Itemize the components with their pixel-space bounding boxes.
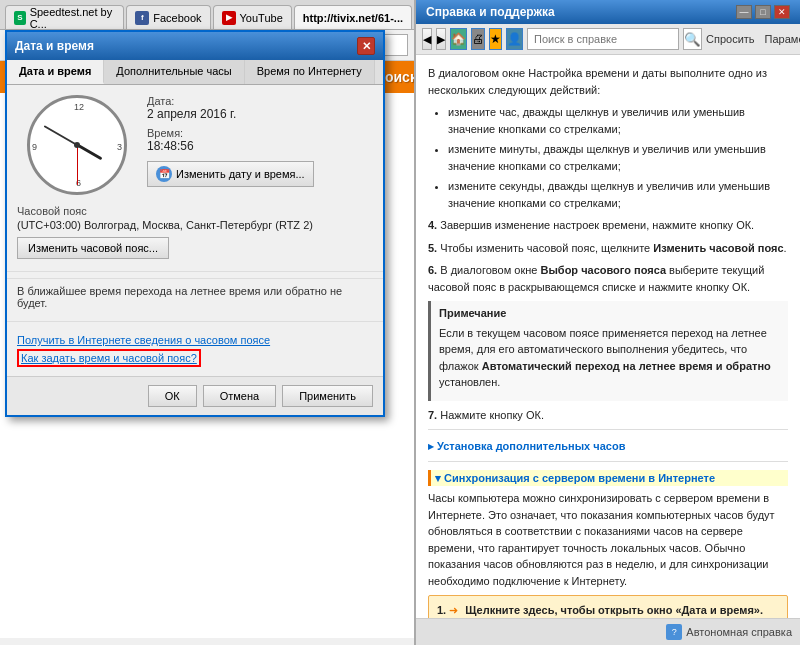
help-list-item-3: измените секунды, дважды щелкнув и увели… <box>448 178 788 211</box>
timezone-section: Часовой пояс (UTC+03:00) Волгоград, Моск… <box>7 205 383 265</box>
section-sync[interactable]: ▾ Синхронизация с сервером времени в Инт… <box>428 470 788 487</box>
note-box: Примечание Если в текущем часовом поясе … <box>428 301 788 401</box>
dialog-close-button[interactable]: ✕ <box>357 37 375 55</box>
dialog-tab-datetime[interactable]: Дата и время <box>7 60 104 84</box>
time-row: Время: 18:48:56 <box>147 127 373 153</box>
clock-12: 12 <box>74 102 84 112</box>
dialog-tab-additional[interactable]: Дополнительные часы <box>104 60 244 84</box>
clock-9: 9 <box>32 142 37 152</box>
apply-button[interactable]: Применить <box>282 385 373 407</box>
second-hand <box>77 145 78 185</box>
hl-step-1: 1. ➜ Щелкните здесь, чтобы открыть окно … <box>437 602 779 618</box>
help-back-button[interactable]: ◀ <box>422 28 432 50</box>
ask-button[interactable]: Спросить <box>706 33 755 45</box>
change-datetime-button[interactable]: 📅 Изменить дату и время... <box>147 161 314 187</box>
help-title: Справка и поддержка <box>426 5 555 19</box>
how-to-set-time-link[interactable]: Как задать время и часовой пояс? <box>17 349 201 367</box>
dialog-body: 12 3 6 9 Дата: 2 апреля 2016 г. <box>7 85 383 205</box>
favorites-icon[interactable]: ★ <box>489 28 502 50</box>
change-timezone-button[interactable]: Изменить часовой пояс... <box>17 237 169 259</box>
help-footer: ? Автономная справка <box>416 618 800 645</box>
dialog-tabs: Дата и время Дополнительные часы Время п… <box>7 60 383 85</box>
help-search-button[interactable]: 🔍 <box>683 28 702 50</box>
time-value: 18:48:56 <box>147 139 373 153</box>
step-7: 7. Нажмите кнопку ОК. <box>428 407 788 424</box>
calendar-icon: 📅 <box>156 166 172 182</box>
sync-text: Часы компьютера можно синхронизировать с… <box>428 490 788 589</box>
cancel-button[interactable]: Отмена <box>203 385 276 407</box>
dialog-footer: ОК Отмена Применить <box>7 376 383 415</box>
timezone-label: Часовой пояс <box>17 205 373 217</box>
help-toolbar: ◀ ▶ 🏠 🖨 ★ 👤 🔍 Спросить Параметры <box>416 24 800 55</box>
help-search-input[interactable] <box>527 28 679 50</box>
help-list: измените час, дважды щелкнув и увеличив … <box>428 104 788 211</box>
help-intro: В диалоговом окне Настройка времени и да… <box>428 65 788 98</box>
help-maximize-button[interactable]: □ <box>755 5 771 19</box>
offline-help-text: Автономная справка <box>686 626 792 638</box>
no-transition-text: В ближайшее время перехода на летнее вре… <box>7 278 383 315</box>
hour-hand <box>76 144 102 161</box>
date-row: Дата: 2 апреля 2016 г. <box>147 95 373 121</box>
help-titlebar: Справка и поддержка — □ ✕ <box>416 0 800 24</box>
print-icon[interactable]: 🖨 <box>471 28 485 50</box>
minute-hand <box>44 125 78 146</box>
clock-3: 3 <box>117 142 122 152</box>
offline-help-item: ? Автономная справка <box>666 624 792 640</box>
ok-button[interactable]: ОК <box>148 385 197 407</box>
help-title-buttons: — □ ✕ <box>736 5 790 19</box>
help-list-item-1: измените час, дважды щелкнув и увеличив … <box>448 104 788 137</box>
dialog-overlay: Дата и время ✕ Дата и время Дополнительн… <box>0 0 414 645</box>
internet-timezone-link[interactable]: Получить в Интернете сведения о часовом … <box>17 334 373 346</box>
help-forward-button[interactable]: ▶ <box>436 28 446 50</box>
highlighted-steps: 1. ➜ Щелкните здесь, чтобы открыть окно … <box>428 595 788 618</box>
step-6: 6. В диалоговом окне Выбор часового пояс… <box>428 262 788 295</box>
time-label: Время: <box>147 127 373 139</box>
help-panel: Справка и поддержка — □ ✕ ◀ ▶ 🏠 🖨 ★ 👤 🔍 … <box>415 0 800 645</box>
help-minimize-button[interactable]: — <box>736 5 752 19</box>
dialog-tab-internet[interactable]: Время по Интернету <box>245 60 375 84</box>
note-title: Примечание <box>439 305 780 322</box>
step-5: 5. Чтобы изменить часовой пояс, щелкните… <box>428 240 788 257</box>
dialog-info: Дата: 2 апреля 2016 г. Время: 18:48:56 📅… <box>147 95 373 195</box>
offline-icon: ? <box>666 624 682 640</box>
date-label: Дата: <box>147 95 373 107</box>
note-text: Если в текущем часовом поясе применяется… <box>439 325 780 391</box>
help-content: В диалоговом окне Настройка времени и да… <box>416 55 800 618</box>
links-section: Получить в Интернете сведения о часовом … <box>7 328 383 376</box>
section-additional-clocks[interactable]: ▸ Установка дополнительных часов <box>428 438 788 455</box>
clock-container: 12 3 6 9 <box>17 95 137 195</box>
step-4: 4. Завершив изменение настроек времени, … <box>428 217 788 234</box>
params-button[interactable]: Параметры <box>765 33 800 45</box>
clock-face: 12 3 6 9 <box>27 95 127 195</box>
date-time-dialog: Дата и время ✕ Дата и время Дополнительн… <box>5 30 385 417</box>
help-list-item-2: измените минуты, дважды щелкнув и увелич… <box>448 141 788 174</box>
timezone-value: (UTC+03:00) Волгоград, Москва, Санкт-Пет… <box>17 219 373 231</box>
browser-panel: S Speedtest.net by C... f Facebook ▶ You… <box>0 0 415 645</box>
clock-center <box>74 142 80 148</box>
home-icon[interactable]: 🏠 <box>450 28 467 50</box>
user-icon[interactable]: 👤 <box>506 28 523 50</box>
date-value: 2 апреля 2016 г. <box>147 107 373 121</box>
help-close-button[interactable]: ✕ <box>774 5 790 19</box>
dialog-titlebar: Дата и время ✕ <box>7 32 383 60</box>
dialog-title: Дата и время <box>15 39 94 53</box>
